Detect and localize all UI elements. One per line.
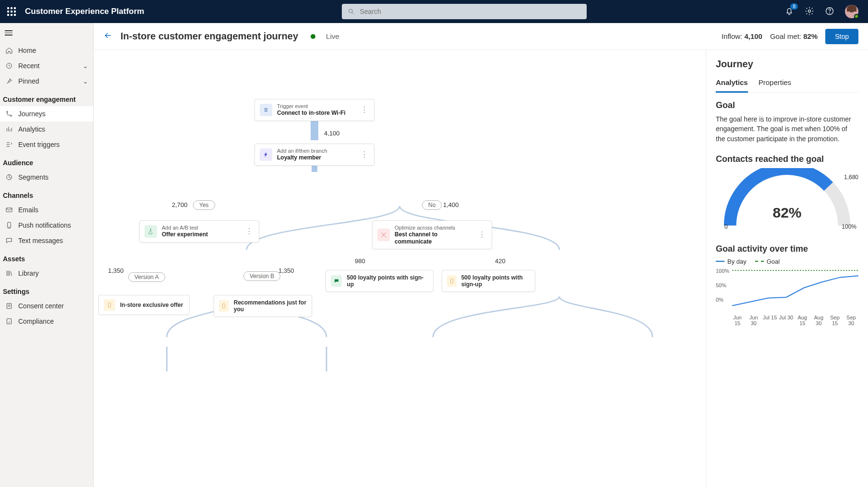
sidebar-item-event-triggers[interactable]: Event triggers <box>0 137 93 152</box>
node-menu-button[interactable]: ⋮ <box>360 105 369 114</box>
legend-goal: Goal <box>767 258 780 265</box>
node-menu-button[interactable]: ⋮ <box>360 150 369 159</box>
svg-rect-16 <box>265 108 266 111</box>
sidebar-item-label: Text messages <box>18 237 88 244</box>
svg-point-7 <box>11 115 12 116</box>
mail-icon <box>5 206 13 214</box>
sidebar-item-library[interactable]: Library <box>0 266 93 281</box>
sidebar-item-segments[interactable]: Segments <box>0 170 93 185</box>
chart-legend: By day Goal <box>716 258 858 265</box>
line-chart: 100% 50% 0% Jun 15 Jun 30 Jul 15 Jul 30 … <box>716 268 858 326</box>
trigger-icon <box>5 141 13 148</box>
sidebar-item-journeys[interactable]: Journeys <box>0 106 93 122</box>
leaf-offer-b[interactable]: Recommendations just for you <box>214 295 312 317</box>
node-optimize[interactable]: Optimize across channelsBest channel to … <box>372 220 492 249</box>
chevron-down-icon: ⌄ <box>83 62 88 70</box>
sidebar-item-analytics[interactable]: Analytics <box>0 122 93 137</box>
node-sub: Trigger event <box>277 103 346 110</box>
leaf-channel-b[interactable]: 500 loyalty points with sign-up <box>442 270 535 292</box>
sidebar-item-label: Emails <box>18 206 88 214</box>
sidebar-item-consent[interactable]: Consent center <box>0 298 93 314</box>
sidebar-item-label: Home <box>18 47 88 54</box>
tab-analytics[interactable]: Analytics <box>716 75 748 93</box>
sidebar-item-emails[interactable]: Emails <box>0 202 93 218</box>
node-sub: Optimize across channels <box>395 225 472 231</box>
sidebar-item-label: Event triggers <box>18 141 88 148</box>
leaf-label: 500 loyalty points with sign-up <box>347 274 428 288</box>
sms-icon <box>331 275 342 287</box>
panel-title: Journey <box>716 59 858 70</box>
sidebar-item-push[interactable]: Push notifications <box>0 218 93 233</box>
gauge-chart: 82% 0 100% 1,680 <box>716 168 858 235</box>
leaf-label: 500 loyalty points with sign-up <box>461 274 530 288</box>
sidebar-item-label: Journeys <box>18 110 88 118</box>
node-branch[interactable]: Add an if/then branchLoyalty member ⋮ <box>254 144 374 166</box>
node-main: Best channel to communicate <box>395 231 472 245</box>
goalmet-metric: Goal met: 82% <box>770 32 818 40</box>
tab-properties[interactable]: Properties <box>759 75 791 92</box>
flow-count: 1,350 <box>278 267 294 274</box>
app-brand: Customer Experience Platform <box>25 7 144 16</box>
sidebar-item-recent[interactable]: Recent ⌄ <box>0 58 93 73</box>
bar-chart-icon <box>5 125 13 133</box>
goal-text: The goal here is to improve in-store cus… <box>716 114 858 144</box>
node-sub: Add an A/B test <box>162 225 208 231</box>
chat-icon <box>5 237 13 244</box>
account-avatar[interactable] <box>845 5 858 18</box>
help-icon <box>825 6 834 16</box>
push-icon <box>219 300 229 312</box>
panel-tabs: Analytics Properties <box>716 75 858 93</box>
global-search[interactable] <box>342 4 587 19</box>
flow-count: 1,400 <box>443 201 459 208</box>
sidebar-section-title: Audience <box>0 152 93 170</box>
sidebar-collapse-button[interactable] <box>0 23 93 43</box>
svg-rect-20 <box>450 279 453 283</box>
node-menu-button[interactable]: ⋮ <box>477 230 487 239</box>
legend-byday: By day <box>727 258 747 265</box>
gear-icon <box>805 6 814 16</box>
help-button[interactable] <box>825 6 834 17</box>
leaf-channel-a[interactable]: 500 loyalty points with sign-up <box>326 270 434 292</box>
flask-icon <box>145 225 157 238</box>
sidebar-item-home[interactable]: Home <box>0 43 93 58</box>
journey-canvas[interactable]: Trigger eventConnect to in-store Wi-Fi ⋮… <box>94 50 706 487</box>
node-trigger-event[interactable]: Trigger eventConnect to in-store Wi-Fi ⋮ <box>254 99 374 121</box>
leaf-offer-a[interactable]: In-store exclusive offer <box>98 295 190 315</box>
sidebar-item-sms[interactable]: Text messages <box>0 233 93 248</box>
gauge-percent: 82% <box>716 205 858 221</box>
svg-rect-10 <box>8 222 11 228</box>
sidebar-item-label: Push notifications <box>18 221 88 229</box>
node-menu-button[interactable]: ⋮ <box>244 227 254 236</box>
push-icon <box>5 221 13 229</box>
segments-icon <box>5 173 13 181</box>
svg-point-2 <box>808 10 811 12</box>
flow-count: 2,700 <box>172 201 188 208</box>
node-main: Connect to in-store Wi-Fi <box>277 110 346 116</box>
node-ab-test[interactable]: Add an A/B testOffer experiment ⋮ <box>139 220 259 243</box>
sidebar-item-label: Segments <box>18 173 88 181</box>
app-launcher-icon[interactable] <box>4 4 19 19</box>
inflow-metric: Inflow: 4,100 <box>722 32 762 40</box>
status-text: Live <box>326 32 339 40</box>
flow-count: 420 <box>495 257 506 265</box>
gauge-max: 100% <box>842 223 856 230</box>
svg-line-1 <box>352 12 354 14</box>
sidebar-item-compliance[interactable]: Compliance <box>0 314 93 329</box>
chevron-down-icon: ⌄ <box>83 77 88 85</box>
branch-pill-no: No <box>422 200 442 210</box>
sidebar-item-label: Compliance <box>18 317 88 325</box>
gauge-heading: Contacts reached the goal <box>716 154 858 164</box>
x-axis-ticks: Jun 15 Jun 30 Jul 15 Jul 30 Aug 15 Aug 3… <box>730 315 858 326</box>
settings-button[interactable] <box>805 6 814 17</box>
stop-button[interactable]: Stop <box>825 29 858 44</box>
sidebar-section-title: Assets <box>0 248 93 266</box>
sidebar-item-label: Pinned <box>18 77 78 85</box>
back-button[interactable] <box>103 31 113 42</box>
sidebar-item-pinned[interactable]: Pinned ⌄ <box>0 73 93 89</box>
flow-count: 4,100 <box>324 130 340 137</box>
search-input[interactable] <box>360 8 581 15</box>
consent-icon <box>5 302 13 310</box>
notifications-button[interactable]: 8 <box>784 6 794 17</box>
branch-pill-yes: Yes <box>193 200 215 210</box>
node-main: Offer experiment <box>162 231 208 238</box>
